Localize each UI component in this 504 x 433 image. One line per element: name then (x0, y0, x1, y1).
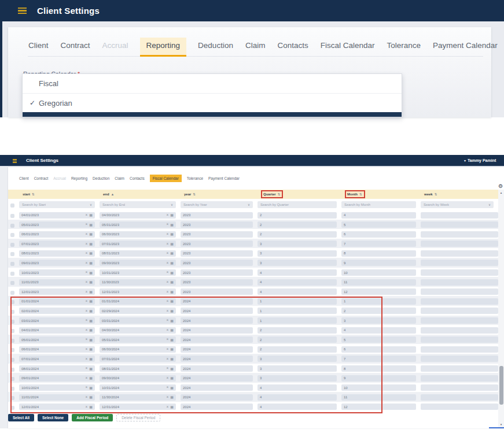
column-header-month[interactable]: Month⇅ (341, 190, 421, 198)
calendar-icon[interactable]: ▦ (170, 213, 174, 217)
quarter-input[interactable]: 4 (257, 384, 337, 391)
calendar-icon[interactable]: ▦ (89, 242, 93, 246)
quarter-input[interactable]: 3 (257, 365, 337, 372)
filter-input-end[interactable]: Search by End∨ (100, 201, 176, 208)
quarter-input[interactable]: 1 (257, 298, 337, 305)
quarter-input[interactable]: 2 (257, 336, 337, 343)
quarter-input[interactable]: 2 (257, 212, 337, 219)
clear-icon[interactable]: × (86, 386, 88, 390)
month-input[interactable]: 8 (341, 250, 416, 257)
tab-contacts[interactable]: Contacts (130, 176, 145, 180)
year-input[interactable]: 2024 (181, 317, 253, 324)
end-date-input[interactable]: 08/31/2024×▦ (100, 365, 176, 372)
week-input[interactable] (421, 250, 498, 257)
year-input[interactable]: 2024 (181, 346, 253, 353)
year-input[interactable]: 2023 (181, 269, 253, 276)
tab-claim[interactable]: Claim (245, 38, 266, 56)
clear-icon[interactable]: × (167, 319, 169, 323)
tab-fiscal-calendar[interactable]: Fiscal Calendar (150, 175, 182, 182)
end-date-input[interactable]: 07/31/2024×▦ (100, 356, 176, 362)
quarter-input[interactable]: 3 (257, 356, 337, 362)
tab-contract[interactable]: Contract (34, 176, 49, 180)
clear-icon[interactable]: × (167, 357, 169, 361)
year-input[interactable]: 2023 (181, 288, 253, 295)
calendar-icon[interactable]: ▦ (170, 242, 174, 246)
tab-fiscal-calendar[interactable]: Fiscal Calendar (320, 38, 376, 56)
year-input[interactable]: 2023 (181, 250, 253, 257)
start-date-input[interactable]: 02/01/2024×▦ (19, 308, 95, 314)
table-row[interactable]: 10/01/2023×▦10/31/2023×▦2023410 (8, 268, 498, 277)
calendar-icon[interactable]: ▦ (89, 223, 93, 227)
week-input[interactable] (421, 375, 498, 382)
table-row[interactable]: 07/01/2023×▦07/31/2023×▦202337 (8, 239, 498, 249)
start-date-input[interactable]: 04/01/2024×▦ (19, 327, 95, 334)
calendar-icon[interactable]: ▦ (170, 251, 174, 255)
start-date-input[interactable]: 04/01/2023×▦ (19, 212, 95, 219)
year-input[interactable]: 2024 (181, 404, 253, 410)
calendar-icon[interactable]: ▦ (89, 299, 93, 303)
add-fiscal-period-button[interactable]: Add Fiscal Period (72, 414, 113, 421)
calendar-icon[interactable]: ▦ (89, 251, 93, 255)
table-row[interactable]: 05/01/2023×▦05/31/2023×▦202325 (8, 220, 498, 230)
row-checkbox[interactable] (10, 243, 14, 247)
week-input[interactable] (421, 298, 498, 305)
quarter-input[interactable]: 2 (257, 231, 337, 238)
clear-icon[interactable]: × (86, 271, 88, 275)
calendar-icon[interactable]: ▦ (170, 280, 174, 284)
month-input[interactable]: 3 (341, 317, 416, 324)
month-input[interactable]: 1 (341, 298, 416, 305)
start-date-input[interactable]: 12/01/2024×▦ (19, 404, 95, 410)
row-checkbox[interactable] (10, 339, 14, 343)
tab-payment-calendar[interactable]: Payment Calendar (208, 176, 240, 180)
quarter-input[interactable]: 4 (257, 404, 337, 410)
gear-icon[interactable]: ⚙ (498, 184, 503, 189)
month-input[interactable]: 6 (341, 231, 416, 238)
start-date-input[interactable]: 10/01/2024×▦ (19, 384, 95, 391)
month-input[interactable]: 11 (341, 394, 416, 401)
clear-icon[interactable]: × (86, 242, 88, 246)
quarter-input[interactable]: 2 (257, 346, 337, 353)
dropdown-option-gregorian[interactable]: ✓ Gregorian (23, 93, 402, 112)
clear-icon[interactable]: × (86, 280, 88, 284)
clear-icon[interactable]: × (167, 376, 169, 380)
start-date-input[interactable]: 06/01/2024×▦ (19, 346, 95, 353)
calendar-icon[interactable]: ▦ (170, 376, 174, 380)
year-input[interactable]: 2023 (181, 279, 253, 286)
table-row[interactable]: 04/01/2023×▦04/30/2023×▦202324 (8, 210, 498, 220)
sort-icon[interactable]: ⇅ (278, 193, 281, 196)
scrollbar-thumb[interactable] (499, 366, 503, 405)
table-row[interactable]: 06/01/2023×▦06/30/2023×▦202326 (8, 229, 498, 239)
year-input[interactable]: 2024 (181, 394, 253, 401)
calendar-icon[interactable]: ▦ (170, 357, 174, 361)
week-input[interactable] (421, 231, 498, 238)
column-header-start[interactable]: start⇅ (19, 193, 100, 196)
select-all-checkbox[interactable] (10, 203, 14, 208)
year-input[interactable]: 2023 (181, 240, 253, 247)
month-input[interactable]: 4 (341, 212, 416, 219)
row-checkbox[interactable] (10, 358, 14, 362)
end-date-input[interactable]: 11/30/2023×▦ (100, 279, 176, 286)
year-input[interactable]: 2023 (181, 260, 253, 266)
row-checkbox[interactable] (10, 368, 14, 372)
tab-reporting[interactable]: Reporting (140, 38, 187, 57)
row-checkbox[interactable] (10, 224, 14, 228)
clear-icon[interactable]: × (86, 290, 88, 294)
clear-icon[interactable]: × (167, 338, 169, 342)
row-checkbox[interactable] (10, 233, 14, 237)
clear-icon[interactable]: × (86, 376, 88, 380)
quarter-input[interactable]: 3 (257, 250, 337, 257)
calendar-icon[interactable]: ▦ (89, 309, 93, 313)
year-input[interactable]: 2024 (181, 327, 253, 334)
table-row[interactable]: 08/01/2024×▦08/31/2024×▦202438 (8, 364, 498, 373)
start-date-input[interactable]: 12/01/2023×▦ (19, 288, 95, 295)
tab-client[interactable]: Client (28, 38, 49, 56)
quarter-input[interactable]: 4 (257, 279, 337, 286)
week-input[interactable] (421, 308, 498, 314)
tab-reporting[interactable]: Reporting (71, 176, 87, 180)
clear-icon[interactable]: × (167, 251, 169, 256)
filter-input-week[interactable]: Search by Week∨ (421, 201, 494, 208)
tab-tolerance[interactable]: Tolerance (187, 176, 203, 180)
calendar-icon[interactable]: ▦ (89, 290, 93, 294)
chevron-down-icon[interactable]: ∨ (171, 203, 173, 206)
end-date-input[interactable]: 09/30/2024×▦ (100, 375, 176, 382)
